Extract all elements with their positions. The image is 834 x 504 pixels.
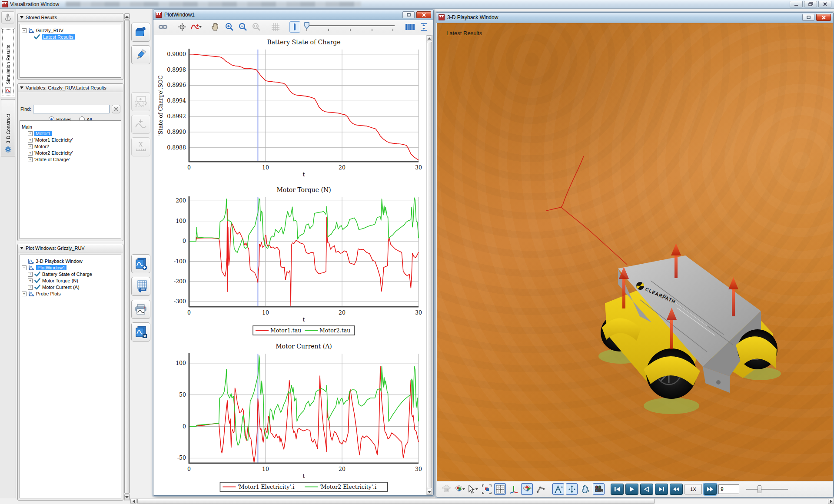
tree-item-motor-torque[interactable]: + Motor Torque (N) <box>28 278 119 284</box>
scroll-down-button[interactable] <box>124 494 130 500</box>
scroll-up-button[interactable] <box>427 35 432 41</box>
play-button[interactable] <box>625 484 638 495</box>
camera-icon <box>594 485 604 494</box>
tree-item-motor1[interactable]: +Motor1 <box>28 130 119 136</box>
minimize-button[interactable] <box>790 1 803 7</box>
scroll-left-button[interactable] <box>130 499 136 504</box>
grid-toggle-button[interactable] <box>494 483 506 495</box>
linkage-tool-button[interactable] <box>535 483 546 495</box>
plot-close-button[interactable] <box>416 11 431 18</box>
clear-find-button[interactable] <box>112 105 120 113</box>
time-cursor-slider[interactable] <box>303 22 396 32</box>
export-results-button[interactable] <box>131 23 150 42</box>
move-probe-to-plot-button[interactable] <box>131 92 150 111</box>
expand-icon[interactable]: + <box>28 157 33 162</box>
tree-item-main[interactable]: Main <box>22 124 119 130</box>
collapse-expander-icon[interactable]: − <box>22 28 27 33</box>
expand-icon[interactable]: + <box>28 131 33 136</box>
scroll-up-button[interactable] <box>124 13 130 20</box>
tree-item-3d-playback[interactable]: 3-D Playback Window <box>28 258 119 264</box>
camera-tracking-button[interactable] <box>593 483 605 495</box>
tree-item-motor-current[interactable]: + Motor Current (A) <box>28 284 119 290</box>
grid-icon <box>271 23 280 31</box>
scrollbar-thumb[interactable] <box>427 42 432 488</box>
pointer-tool-button[interactable] <box>467 483 479 495</box>
plot-window-titlebar[interactable]: PlotWindow1 <box>153 10 433 20</box>
3d-viewport[interactable]: Latest Results <box>437 23 833 481</box>
new-plot-window-button[interactable] <box>131 254 150 273</box>
expand-icon[interactable]: + <box>28 138 33 143</box>
find-input[interactable] <box>33 105 110 113</box>
grid-toggle-button[interactable] <box>270 21 281 33</box>
scrollbar-thumb[interactable] <box>137 499 655 504</box>
add-curve-menu-button[interactable] <box>190 21 202 33</box>
expand-icon[interactable]: + <box>28 144 33 149</box>
skip-to-end-button[interactable] <box>655 484 668 495</box>
x-axis-settings-button[interactable]: X <box>131 137 150 156</box>
tree-item-motor1-electricity[interactable]: +'Motor1 Electricity' <box>28 137 119 143</box>
delete-plot-window-button[interactable] <box>131 322 150 342</box>
faster-button[interactable] <box>704 484 717 495</box>
zoom-in-button[interactable] <box>224 21 234 33</box>
plot-icon <box>28 265 34 271</box>
zoom-out-button[interactable] <box>238 21 248 33</box>
axes-toggle-button[interactable] <box>508 483 519 495</box>
close-button[interactable] <box>818 1 831 7</box>
edit-plot-button[interactable] <box>131 45 150 64</box>
restore-button[interactable] <box>804 1 817 7</box>
tree-item-motor2[interactable]: +Motor2 <box>28 143 119 149</box>
collapse-expander-icon[interactable]: − <box>22 265 27 270</box>
play-reverse-button[interactable] <box>640 484 653 495</box>
tree-item-probe-plots[interactable]: + Probe Plots <box>22 291 119 297</box>
print-plot-button[interactable] <box>131 300 150 319</box>
expand-icon[interactable]: + <box>28 151 33 156</box>
tree-item-latest-results[interactable]: Latest Results <box>34 34 119 40</box>
expand-icon[interactable]: + <box>28 279 33 283</box>
tree-item-plotwindow1[interactable]: − PlotWindow1 <box>22 265 119 271</box>
show-all-cursors-button[interactable] <box>405 21 415 33</box>
translate-probe-button[interactable] <box>566 483 578 495</box>
plot-windows-header[interactable]: Plot Windows: Grizzly_RUV <box>18 244 123 252</box>
tab-3d-construct[interactable]: 3-D Construct <box>1 99 15 156</box>
skip-to-start-button[interactable] <box>611 484 624 495</box>
scrollbar-thumb[interactable] <box>124 20 130 494</box>
expand-icon[interactable]: + <box>28 272 33 277</box>
slower-button[interactable] <box>670 484 683 495</box>
link-axes-button[interactable] <box>158 21 168 33</box>
tree-item-motor2-electricity[interactable]: +'Motor2 Electricity' <box>28 150 119 156</box>
playback-slider[interactable] <box>746 485 788 494</box>
probe-cursor-button[interactable] <box>177 21 187 33</box>
zoom-to-selection-button[interactable] <box>481 483 492 495</box>
model-display-button[interactable] <box>521 483 533 495</box>
expand-icon[interactable]: + <box>28 285 33 290</box>
expand-icon[interactable]: + <box>22 292 27 296</box>
scroll-down-button[interactable] <box>427 489 432 495</box>
variables-header[interactable]: Variables: Grizzly_RUV.Latest Results <box>18 84 123 92</box>
fit-vertical-button[interactable] <box>419 21 429 33</box>
playback-titlebar[interactable]: 3-D Playback Window <box>436 13 833 23</box>
angle-probe-button[interactable] <box>552 483 564 495</box>
workspace-hscrollbar[interactable] <box>130 498 834 504</box>
playback-minimize-button[interactable] <box>802 14 814 21</box>
zoom-box-button[interactable] <box>251 21 262 33</box>
plot-minimize-button[interactable] <box>402 11 415 18</box>
add-curve-button[interactable] <box>131 115 150 134</box>
playback-close-button[interactable] <box>816 14 831 21</box>
view-presets-button[interactable] <box>454 483 465 495</box>
pan-button[interactable] <box>210 21 221 33</box>
slider-handle[interactable] <box>758 485 761 493</box>
scroll-right-button[interactable] <box>828 499 834 504</box>
anchor-button[interactable] <box>1 11 14 23</box>
export-to-table-button[interactable] <box>131 277 150 296</box>
sidebar-scrollbar[interactable] <box>124 13 130 501</box>
plot-scrollbar[interactable] <box>426 35 433 495</box>
tree-item-battery-soc[interactable]: + Battery State of Charge <box>28 271 119 277</box>
cursor-toggle-button[interactable] <box>289 21 300 33</box>
playback-time-field[interactable] <box>718 484 739 494</box>
stored-results-header[interactable]: Stored Results <box>18 13 123 22</box>
tree-item-grizzly-ruv[interactable]: − Grizzly_RUV <box>22 27 119 33</box>
model-export-button[interactable] <box>440 483 452 495</box>
tab-simulation-results[interactable]: Simulation Results <box>1 28 15 97</box>
tree-item-state-of-charge[interactable]: +'State of Charge' <box>28 156 119 162</box>
pan-hand-button[interactable] <box>579 483 591 495</box>
